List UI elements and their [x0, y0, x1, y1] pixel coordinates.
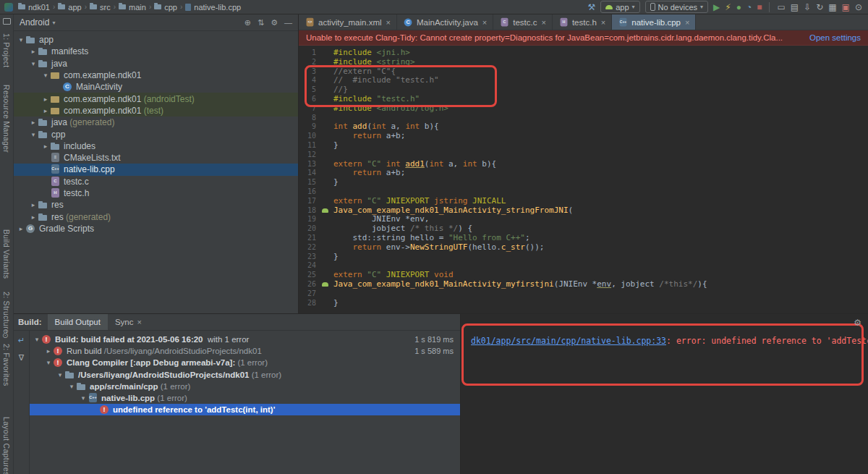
code-line[interactable]: 23}	[299, 253, 868, 262]
code-line[interactable]: 4// #include "testc.h"	[299, 76, 868, 85]
logcat-icon[interactable]: ▤	[791, 1, 799, 13]
tab-build-output[interactable]: Build Output	[48, 314, 108, 330]
build-tree-item[interactable]: undefined reference to 'addTestc(int, in…	[30, 404, 460, 415]
search-everywhere-icon[interactable]: ⊙	[855, 1, 862, 13]
close-icon[interactable]: ×	[137, 318, 141, 326]
profile-apk-icon[interactable]: ▣	[842, 1, 850, 13]
stop-icon[interactable]: ■	[757, 1, 762, 13]
project-tree-item[interactable]: ▸res (generated)	[14, 211, 298, 222]
hide-panel-icon[interactable]: —	[284, 18, 292, 27]
tool-strip-build-variants[interactable]: Build Variants	[2, 229, 11, 279]
chevron-right-icon[interactable]: ▸	[41, 107, 50, 114]
chevron-down-icon[interactable]: ▾	[44, 359, 53, 366]
project-tree-item[interactable]: ▾cpp	[14, 128, 298, 140]
code-line[interactable]: 27	[299, 289, 868, 299]
code-line[interactable]: 26Java_com_example_ndk01_MainActivity_my…	[299, 280, 868, 289]
code-line[interactable]: 28}	[299, 299, 868, 308]
restart-build-icon[interactable]: ↵	[18, 336, 25, 345]
code-line[interactable]: 22 return env->NewStringUTF(hello.c_str(…	[299, 243, 868, 253]
chevron-right-icon[interactable]: ▸	[29, 119, 38, 126]
editor-tab-native-lib-cpp[interactable]: native-lib.cpp×	[612, 14, 696, 30]
layout-inspector-icon[interactable]: ▦	[828, 1, 836, 13]
code-editor[interactable]: 1#include <jni.h>2#include <string>3//ex…	[299, 46, 868, 313]
breadcrumb-item[interactable]: ndk01	[18, 3, 50, 12]
filter-icon[interactable]: ∇	[19, 353, 24, 363]
close-icon[interactable]: ×	[601, 18, 605, 27]
chevron-right-icon[interactable]: ▸	[17, 225, 25, 232]
editor-tab-mainactivity-java[interactable]: MainActivity.java×	[397, 14, 493, 30]
project-view-selector[interactable]: Android	[20, 17, 49, 27]
project-tree-item[interactable]: ▸res	[14, 199, 298, 211]
project-tree-item[interactable]: CMakeLists.txt	[14, 152, 298, 164]
chevron-down-icon[interactable]: ▾	[67, 383, 76, 390]
chevron-right-icon[interactable]: ▸	[41, 143, 50, 150]
breadcrumb-item[interactable]: cpp	[154, 3, 177, 12]
locate-file-icon[interactable]: ⊕	[244, 18, 251, 27]
build-tree-item[interactable]: ▾Build: build failed at 2021-05-06 16:20…	[30, 334, 460, 345]
tool-strip-favorites[interactable]: 2: Favorites	[2, 344, 11, 386]
tool-strip-layout-captures[interactable]: Layout Captures	[2, 417, 11, 474]
build-tree-item[interactable]: ▾native-lib.cpp (1 error)	[30, 392, 460, 404]
code-line[interactable]: 10 return a+b;	[299, 132, 868, 141]
project-tree-item[interactable]: testc.c	[14, 176, 298, 187]
tool-strip-resource-manager[interactable]: Resource Manager	[2, 85, 11, 153]
build-tree-item[interactable]: ▾/Users/liyang/AndroidStudioProjects/ndk…	[30, 369, 460, 381]
project-tree-item[interactable]: native-lib.cpp	[14, 164, 298, 175]
chevron-right-icon[interactable]: ▸	[29, 201, 38, 208]
project-tree-item[interactable]: ▸com.example.ndk01 (test)	[14, 105, 298, 117]
chevron-down-icon[interactable]: ▾	[29, 60, 38, 67]
chevron-down-icon[interactable]: ▾	[41, 72, 50, 79]
chevron-down-icon[interactable]: ▾	[79, 394, 88, 402]
run-config-selector[interactable]: app ▾	[600, 1, 639, 13]
chevron-down-icon[interactable]: ▾	[56, 371, 64, 378]
gradle-sync-icon[interactable]: ↻	[816, 1, 823, 13]
tool-strip-structure[interactable]: 2: Structure	[2, 292, 11, 334]
wrench-icon[interactable]: ⚒	[587, 1, 595, 13]
error-file-link[interactable]: dk01/app/src/main/cpp/native-lib.cpp:33	[471, 336, 666, 346]
build-tree-item[interactable]: ▾Clang Compiler [:app Debug armeabi-v7a]…	[30, 357, 460, 368]
project-tree-item[interactable]: testc.h	[14, 187, 298, 199]
code-line[interactable]: 7#include <android/log.h>	[299, 104, 868, 114]
project-tree-item[interactable]: ▸includes	[14, 140, 298, 152]
code-line[interactable]: 11}	[299, 141, 868, 151]
chevron-right-icon[interactable]: ▸	[29, 48, 38, 55]
gear-icon[interactable]: ⚙	[271, 18, 278, 27]
close-icon[interactable]: ×	[482, 18, 487, 27]
editor-tab-activity-main-xml[interactable]: activity_main.xml×	[299, 14, 397, 30]
breadcrumb-item[interactable]: src	[90, 3, 111, 12]
chevron-right-icon[interactable]: ▸	[29, 213, 38, 221]
tool-strip-project[interactable]: 1: Project	[2, 33, 11, 67]
project-tree-item[interactable]: ▾app	[14, 34, 298, 46]
editor-tab-testc-c[interactable]: testc.c×	[493, 14, 553, 30]
tool-window-icon[interactable]	[3, 18, 11, 25]
apply-changes-icon[interactable]: ⚡	[725, 1, 731, 13]
close-icon[interactable]: ×	[541, 18, 545, 27]
run-icon[interactable]: ▶	[713, 1, 720, 13]
debug-icon[interactable]: ●	[736, 1, 741, 13]
breadcrumb-item[interactable]: app	[58, 3, 81, 12]
code-line[interactable]: 15}	[299, 178, 868, 187]
breadcrumb-item[interactable]: main	[119, 3, 146, 12]
open-settings-link[interactable]: Open settings	[801, 33, 861, 42]
build-tree-item[interactable]: ▸Run build /Users/liyang/AndroidStudioPr…	[30, 345, 460, 357]
device-manager-icon[interactable]: ▭	[777, 1, 785, 13]
chevron-down-icon[interactable]: ▾	[33, 336, 41, 343]
tab-sync[interactable]: Sync ×	[108, 314, 149, 330]
profiler-icon[interactable]: ◔	[746, 1, 752, 13]
chevron-down-icon[interactable]: ▾	[17, 36, 25, 43]
project-tree-item[interactable]: ▾com.example.ndk01	[14, 69, 298, 81]
device-selector[interactable]: No devices ▾	[645, 1, 708, 13]
collapse-all-icon[interactable]: ⇅	[258, 18, 264, 27]
editor-tab-testc-h[interactable]: testc.h×	[553, 14, 612, 30]
gear-icon[interactable]: ⚙	[854, 318, 861, 328]
project-tree-item[interactable]: ▸Gradle Scripts	[14, 223, 298, 234]
project-tree-item[interactable]: ▾java	[14, 58, 298, 69]
code-line[interactable]: 14 return a+b;	[299, 169, 868, 178]
build-tree-item[interactable]: ▾app/src/main/cpp (1 error)	[30, 381, 460, 392]
pin-icon[interactable]: ⊙	[2, 331, 8, 339]
project-tree-item[interactable]: ▸com.example.ndk01 (androidTest)	[14, 93, 298, 104]
project-tree-item[interactable]: MainActivity	[14, 81, 298, 93]
close-icon[interactable]: ×	[685, 18, 689, 27]
chevron-right-icon[interactable]: ▸	[44, 347, 53, 355]
project-tree-item[interactable]: ▸java (generated)	[14, 117, 298, 128]
